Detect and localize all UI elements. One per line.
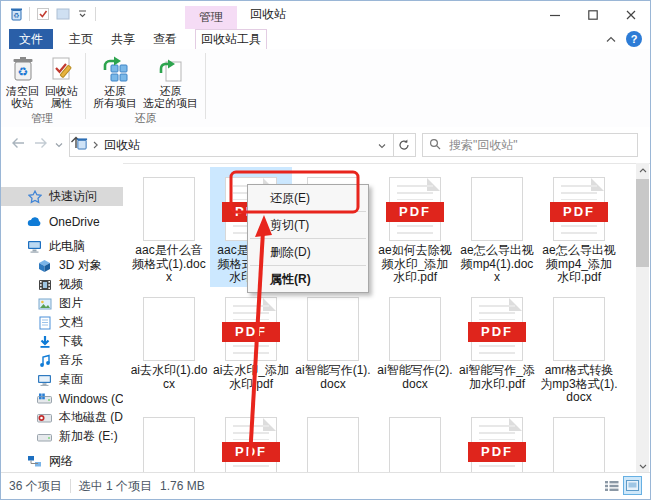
recycle-properties-icon [48,55,76,83]
file-tile[interactable]: aac是什么音频格式(1).docx [128,167,210,287]
file-tile[interactable] [292,407,374,473]
selection-count: 选中 1 个项目 [71,478,160,495]
context-menu-item[interactable]: 剪切(T) [248,214,368,236]
address-row: 回收站 [1,127,650,164]
minimize-button[interactable] [536,1,574,28]
file-tile[interactable]: PDFai去水印_添加水印.pdf [210,287,292,407]
file-tile[interactable]: ae怎么导出视频mp4(1).docx [456,167,538,287]
sidebar-item[interactable]: 快速访问 [1,187,123,206]
text-lines [233,425,269,440]
tab-home[interactable]: 主页 [60,29,102,49]
file-name: ae怎么导出视频mp4_添加水印.pdf [538,244,620,285]
sidebar-item[interactable]: 本地磁盘 (D:) [1,408,123,427]
properties-check-icon[interactable] [35,6,50,21]
tab-share[interactable]: 共享 [102,29,144,49]
sidebar-item[interactable]: 网络 [1,452,123,471]
file-tile[interactable]: ai智能写作(2).docx [374,287,456,407]
restore-all-icon [101,55,129,83]
breadcrumb-location[interactable]: 回收站 [104,137,140,154]
sidebar-item[interactable]: OneDrive [1,212,123,231]
cloud-icon [27,214,42,229]
back-icon[interactable] [11,137,26,152]
sidebar-item[interactable]: 此电脑 [1,237,123,256]
scroll-down-icon[interactable] [636,459,649,473]
sidebar-item[interactable]: 文档 [1,313,123,332]
details-view-button[interactable] [602,476,621,495]
desktop-icon [37,372,52,387]
sidebar-item[interactable]: 新加卷 (E:) [1,427,123,446]
recycle-properties-button[interactable]: 回收站 属性 [42,53,81,111]
drive-d-icon [37,410,52,425]
sidebar-item[interactable]: 桌面 [1,370,123,389]
ribbon: ♻清空回 收站回收站 属性管理还原 所有项目还原 选定的项目还原 [1,49,650,128]
svg-text:♻: ♻ [17,65,28,79]
close-button[interactable] [612,1,650,28]
tab-view[interactable]: 查看 [144,29,186,49]
scroll-up-icon[interactable] [636,163,649,177]
file-tile[interactable]: PDFae怎么导出视频mp4_添加水印.pdf [538,167,620,287]
context-menu-item[interactable]: 删除(D) [248,241,368,263]
context-menu-item[interactable]: 还原(E) [248,187,368,209]
file-tile[interactable] [538,407,620,473]
file-tile[interactable]: ai去水印(1).docx [128,287,210,407]
help-icon[interactable]: ? [626,31,642,47]
breadcrumb-chevron-icon [93,138,99,152]
file-tile[interactable]: PDFai智能写作_添加水印.pdf [456,287,538,407]
file-name: ae怎么导出视频mp4(1).docx [456,244,538,285]
sidebar-item[interactable]: 图片 [1,294,123,313]
restore-selected-button[interactable]: 还原 选定的项目 [140,53,201,111]
empty-recycle-bin-button[interactable]: ♻清空回 收站 [3,53,42,111]
ribbon-right-controls: ? [606,31,642,47]
empty-recycle-bin-icon: ♻ [9,55,37,83]
sidebar-item-label: 3D 对象 [59,257,102,274]
address-dropdown-chevron-icon[interactable] [371,138,393,152]
file-tile[interactable]: PDF [210,407,292,473]
file-tile[interactable]: PDF [456,407,538,473]
context-menu-item[interactable]: 属性(R) [248,268,368,290]
file-tile[interactable] [128,407,210,473]
recent-locations-chevron-icon[interactable] [55,137,63,151]
text-lines [479,425,515,440]
sidebar-item[interactable]: 音乐 [1,351,123,370]
sidebar-item-label: 视频 [59,276,83,293]
drive-e-icon [37,429,52,444]
address-bar[interactable]: 回收站 [69,133,394,157]
forward-icon[interactable] [33,137,48,152]
large-icons-view-button[interactable] [623,476,642,495]
pdf-file-icon: PDF [225,297,277,361]
text-lines [479,345,515,357]
drive-c-icon [37,391,52,406]
docx-file-icon [471,177,523,241]
window-controls [536,1,650,28]
sidebar-item-label: Windows (C:) [59,392,123,406]
file-tile[interactable] [374,407,456,473]
docx-file-icon [307,297,359,361]
file-tile[interactable]: amr格式转换为mp3格式(1).docx [538,287,620,407]
folder-icon[interactable] [55,6,70,21]
sidebar-item[interactable]: 3D 对象 [1,256,123,275]
refresh-button[interactable] [393,133,416,157]
pdf-file-icon: PDF [389,177,441,241]
ribbon-button-label: 清空回 收站 [6,85,39,109]
ribbon-group-label: 还原 [90,111,201,127]
sidebar-item[interactable]: 下载 [1,332,123,351]
sidebar-item[interactable]: Windows (C:) [1,389,123,408]
pdf-badge: PDF [468,442,526,462]
maximize-button[interactable] [574,1,612,28]
file-tile[interactable]: PDFae如何去除视频水印_添加水印.pdf [374,167,456,287]
qat-customize-chevron-icon[interactable] [75,6,90,21]
recycle-bin-icon: ♻ [9,6,24,21]
pdf-badge: PDF [386,202,444,222]
collapse-ribbon-chevron-icon[interactable] [606,32,616,46]
search-input[interactable] [447,137,637,153]
restore-all-button[interactable]: 还原 所有项目 [90,53,140,111]
sidebar-item[interactable]: 视频 [1,275,123,294]
tab-recycle-bin-tools[interactable]: 回收站工具 [195,29,267,49]
sidebar-item-label: 桌面 [59,371,83,388]
scrollbar-thumb[interactable] [636,179,649,267]
ribbon-group-separator [205,53,206,119]
recycle-bin-small-icon [76,137,88,153]
tab-file[interactable]: 文件 [9,29,53,49]
file-tile[interactable]: ai智能写作(1).docx [292,287,374,407]
vertical-scrollbar[interactable] [636,163,649,473]
